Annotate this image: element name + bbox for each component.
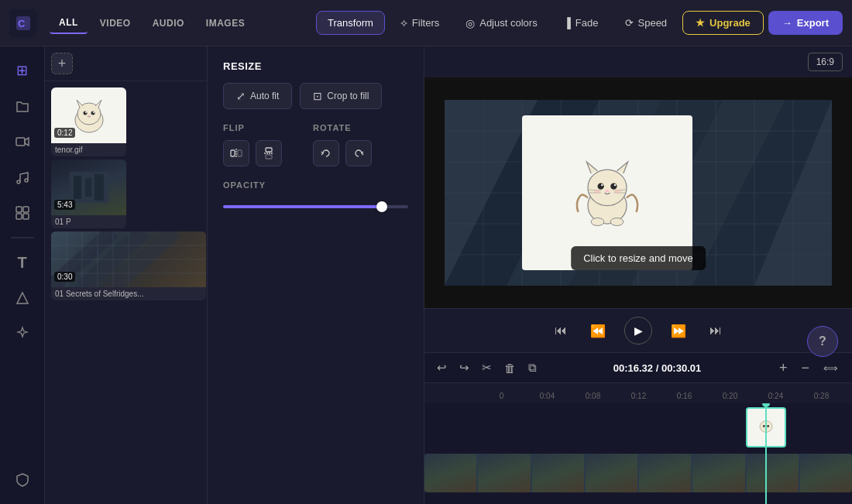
main-content: ⊞ T xyxy=(0,46,852,504)
ruler-0: 0 xyxy=(479,392,524,400)
redo-button[interactable]: ↪ xyxy=(456,358,472,378)
thumb-label: tenor.gif xyxy=(51,143,126,156)
video-track-clip[interactable] xyxy=(424,454,852,492)
svg-rect-32 xyxy=(231,150,235,156)
star-icon: ★ xyxy=(696,17,705,29)
sidebar-icon-video[interactable] xyxy=(8,127,37,156)
film-frame-5 xyxy=(639,454,691,492)
app-logo: C xyxy=(9,9,37,37)
export-button[interactable]: → Export xyxy=(768,11,843,35)
zoom-out-button[interactable]: − xyxy=(796,358,814,378)
speed-button[interactable]: ⟳ Speed xyxy=(614,12,679,34)
opacity-slider[interactable] xyxy=(223,205,408,208)
media-item-building[interactable]: 0:30 01 Secrets of Selfridges... xyxy=(51,231,206,300)
help-button[interactable]: ? xyxy=(807,326,838,357)
rewind-button[interactable]: ⏪ xyxy=(587,320,609,341)
sidebar-icon-shape[interactable] xyxy=(8,283,37,313)
video-canvas[interactable]: Click to resize and move xyxy=(445,100,832,286)
undo-button[interactable]: ↩ xyxy=(434,358,450,378)
timeline-tracks xyxy=(424,403,852,504)
film-frame-2 xyxy=(478,454,530,492)
duplicate-button[interactable]: ⧉ xyxy=(525,358,540,378)
svg-rect-2 xyxy=(16,138,25,146)
zoom-in-button[interactable]: + xyxy=(775,358,792,378)
fast-forward-button[interactable]: ⏩ xyxy=(668,320,689,341)
timeline-toolbar: ↩ ↪ ✂ 🗑 ⧉ 00:16.32 / 00:30.01 + − ⟺ xyxy=(424,353,852,383)
fit-timeline-button[interactable]: ⟺ xyxy=(819,361,843,375)
opacity-section: OPACITY xyxy=(223,180,408,211)
svg-point-71 xyxy=(591,218,604,226)
tab-all[interactable]: ALL xyxy=(50,12,88,34)
svg-rect-18 xyxy=(85,178,91,197)
crop-to-fill-button[interactable]: ⊡ Crop to fill xyxy=(300,83,382,109)
filters-icon: ⟡ xyxy=(400,16,407,29)
svg-point-75 xyxy=(767,425,769,427)
ruler-20: 0:20 xyxy=(707,392,753,400)
svg-rect-17 xyxy=(74,176,81,199)
svg-point-12 xyxy=(91,111,94,115)
sidebar-icon-text[interactable]: T xyxy=(8,248,37,277)
svg-point-60 xyxy=(598,183,604,190)
fade-button[interactable]: ▐ Fade xyxy=(553,12,610,34)
svg-point-11 xyxy=(83,111,87,115)
rotate-left-button[interactable] xyxy=(313,140,339,166)
svg-point-59 xyxy=(588,170,627,206)
rotate-right-button[interactable] xyxy=(345,140,372,166)
sidebar-icon-music[interactable] xyxy=(8,163,37,192)
tab-audio[interactable]: AUDIO xyxy=(143,12,194,34)
tab-images[interactable]: IMAGES xyxy=(197,12,254,34)
svg-point-72 xyxy=(610,218,624,226)
sidebar-icon-shield[interactable] xyxy=(8,465,37,495)
media-item-video1[interactable]: 5:43 01 P xyxy=(51,159,126,228)
sidebar-icon-grid[interactable] xyxy=(8,198,37,228)
preview-area: 16:9 xyxy=(424,46,852,504)
ruler-16: 0:16 xyxy=(661,392,707,400)
svg-rect-37 xyxy=(266,155,272,159)
filters-button[interactable]: ⟡ Filters xyxy=(390,11,450,35)
play-pause-button[interactable]: ▶ xyxy=(624,317,652,345)
transform-panel: RESIZE ⤢ Auto fit ⊡ Crop to fill FLIP xyxy=(208,46,424,504)
tab-video[interactable]: VIDEO xyxy=(91,12,140,34)
flip-buttons xyxy=(223,140,282,166)
flip-title: FLIP xyxy=(223,123,282,132)
svg-rect-34 xyxy=(238,150,242,156)
delete-button[interactable]: 🗑 xyxy=(501,358,519,378)
svg-point-64 xyxy=(606,190,610,192)
adjust-colors-button[interactable]: ◎ Adjust colors xyxy=(455,12,548,35)
sidebar-icon-folder[interactable] xyxy=(8,91,37,121)
auto-fit-icon: ⤢ xyxy=(236,90,246,102)
cut-button[interactable]: ✂ xyxy=(479,358,495,378)
film-frame-8 xyxy=(800,454,852,492)
sidebar-icon-fx[interactable] xyxy=(8,319,37,348)
flip-vertical-button[interactable] xyxy=(256,140,282,166)
film-frame-4 xyxy=(586,454,637,492)
timeline-area: ↩ ↪ ✂ 🗑 ⧉ 00:16.32 / 00:30.01 + − ⟺ xyxy=(424,352,852,504)
resize-buttons: ⤢ Auto fit ⊡ Crop to fill xyxy=(223,83,408,109)
aspect-ratio-badge: 16:9 xyxy=(808,53,843,71)
svg-text:C: C xyxy=(18,18,26,29)
ruler-24: 0:24 xyxy=(753,392,799,400)
sidebar-icon-layers[interactable]: ⊞ xyxy=(8,56,37,85)
gif-track-row xyxy=(424,407,852,450)
rotate-title: ROTATE xyxy=(313,123,372,132)
svg-rect-19 xyxy=(94,174,104,201)
flip-horizontal-button[interactable] xyxy=(223,140,249,166)
skip-to-start-button[interactable]: ⏮ xyxy=(550,320,572,341)
svg-point-61 xyxy=(610,183,617,190)
fade-icon: ▐ xyxy=(564,17,571,29)
upgrade-button[interactable]: ★ Upgrade xyxy=(682,11,764,35)
skip-to-end-button[interactable]: ⏭ xyxy=(705,320,727,341)
media-item-tenor-gif[interactable]: 0:12 tenor.gif xyxy=(51,87,126,156)
video-track-row xyxy=(424,450,852,492)
playhead[interactable] xyxy=(765,403,767,504)
video-preview[interactable]: Click to resize and move xyxy=(424,77,852,308)
auto-fit-button[interactable]: ⤢ Auto fit xyxy=(223,83,292,109)
add-media-button[interactable]: + xyxy=(51,53,73,74)
svg-point-15 xyxy=(88,115,91,117)
svg-rect-35 xyxy=(266,148,272,152)
ruler-8: 0:08 xyxy=(570,392,616,400)
transform-button[interactable]: Transform xyxy=(316,11,385,35)
opacity-title: OPACITY xyxy=(223,180,408,190)
film-frame-1 xyxy=(424,454,476,492)
rotate-subsection: ROTATE xyxy=(313,123,372,166)
